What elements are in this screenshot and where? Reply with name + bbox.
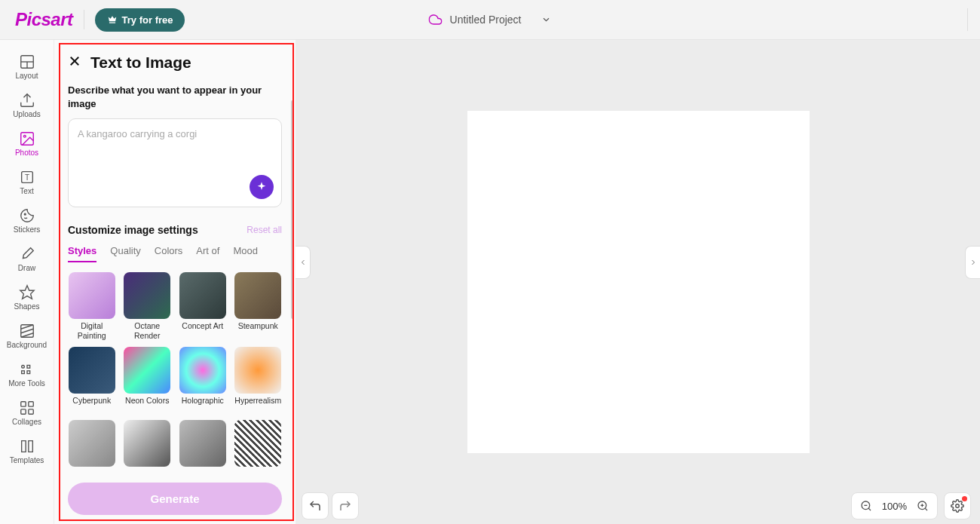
rail-label: Text: [20, 187, 33, 195]
generate-button[interactable]: Generate: [68, 483, 282, 515]
svg-rect-18: [20, 402, 25, 406]
settings-button[interactable]: [944, 492, 971, 519]
style-option-steampunk[interactable]: Steampunk: [234, 272, 283, 340]
tool-rail: Layout Uploads Photos T Text Stickers Dr…: [0, 40, 54, 524]
svg-rect-21: [28, 409, 32, 414]
tab-mood[interactable]: Mood: [233, 245, 258, 262]
undo-button[interactable]: [302, 492, 329, 519]
style-option-hyperrealism[interactable]: Hyperrealism: [234, 347, 283, 414]
reset-all-button[interactable]: Reset all: [247, 225, 282, 235]
chevron-right-icon: [969, 258, 978, 267]
collapse-panel-handle[interactable]: [296, 246, 311, 279]
svg-point-5: [23, 135, 26, 137]
style-thumb: [179, 272, 226, 319]
rail-item-draw[interactable]: Draw: [5, 241, 50, 277]
style-option-concept-art[interactable]: Concept Art: [179, 272, 227, 340]
style-option[interactable]: [179, 420, 227, 477]
style-option-octane-render[interactable]: Octane Render: [124, 272, 172, 340]
svg-point-31: [956, 504, 960, 508]
rail-item-more-tools[interactable]: More Tools: [5, 357, 50, 392]
tab-artof[interactable]: Art of: [196, 245, 219, 262]
rail-item-layout[interactable]: Layout: [5, 49, 50, 84]
svg-line-13: [20, 333, 33, 338]
zoom-in-button[interactable]: [913, 496, 933, 516]
svg-line-25: [868, 508, 871, 510]
main-area: Layout Uploads Photos T Text Stickers Dr…: [0, 40, 980, 524]
upload-icon: [19, 92, 35, 109]
style-label: Steampunk: [238, 321, 278, 339]
describe-label: Describe what you want to appear in your…: [68, 84, 282, 111]
rail-item-text[interactable]: T Text: [5, 164, 50, 200]
rail-item-background[interactable]: Background: [5, 318, 50, 354]
rail-label: Uploads: [13, 110, 41, 118]
gear-icon: [951, 499, 964, 513]
artboard[interactable]: [467, 111, 810, 453]
try-label: Try for free: [122, 14, 173, 26]
project-name: Untitled Project: [450, 14, 522, 26]
style-thumb: [179, 347, 226, 394]
svg-marker-9: [20, 286, 33, 299]
chevron-left-icon: [299, 258, 308, 267]
rail-item-uploads[interactable]: Uploads: [5, 87, 50, 123]
prompt-input[interactable]: [78, 128, 272, 176]
tab-styles[interactable]: Styles: [68, 245, 96, 262]
rail-item-photos[interactable]: Photos: [5, 126, 50, 161]
rail-label: Stickers: [14, 225, 41, 234]
svg-rect-20: [20, 409, 25, 414]
style-thumb: [124, 347, 170, 394]
style-thumb: [234, 420, 281, 467]
close-panel-button[interactable]: [68, 54, 81, 71]
svg-point-8: [24, 213, 26, 215]
redo-icon: [338, 499, 352, 513]
rail-item-stickers[interactable]: Stickers: [5, 203, 50, 238]
rail-item-collages[interactable]: Collages: [5, 395, 50, 431]
rail-item-shapes[interactable]: Shapes: [5, 280, 50, 315]
zoom-value[interactable]: 100%: [879, 501, 910, 512]
zoom-in-icon: [917, 500, 929, 512]
style-option[interactable]: [124, 420, 172, 477]
text-to-image-panel: Text to Image Describe what you want to …: [54, 40, 296, 524]
divider: [967, 8, 968, 31]
text-to-image-panel-wrap: Text to Image Describe what you want to …: [54, 40, 296, 524]
rail-label: More Tools: [8, 379, 45, 388]
layout-icon: [19, 54, 35, 70]
try-for-free-button[interactable]: Try for free: [95, 8, 185, 32]
project-title-dropdown[interactable]: Untitled Project: [429, 13, 552, 26]
rail-label: Shapes: [14, 302, 40, 311]
history-controls: [302, 492, 359, 519]
style-option-neon-colors[interactable]: Neon Colors: [124, 347, 172, 414]
cloud-sync-icon: [429, 13, 443, 26]
enhance-prompt-button[interactable]: [250, 175, 274, 199]
style-label: Octane Render: [124, 321, 172, 340]
top-bar: Picsart Try for free Untitled Project: [0, 0, 980, 40]
canvas-area[interactable]: [296, 40, 980, 524]
svg-rect-15: [27, 366, 30, 369]
style-thumb: [179, 420, 226, 467]
style-thumb: [69, 347, 115, 394]
style-option-holographic[interactable]: Holographic: [179, 347, 227, 414]
tab-quality[interactable]: Quality: [110, 245, 140, 262]
rail-item-templates[interactable]: Templates: [5, 434, 50, 469]
sticker-icon: [19, 207, 35, 224]
rail-label: Layout: [15, 72, 38, 80]
panel-scrollbar[interactable]: [291, 100, 294, 319]
customize-label: Customize image settings: [68, 224, 198, 236]
style-option[interactable]: [68, 420, 116, 477]
style-thumb: [69, 420, 115, 467]
tab-colors[interactable]: Colors: [155, 245, 183, 262]
templates-icon: [19, 438, 35, 455]
style-label: Hyperrealism: [234, 396, 281, 414]
redo-button[interactable]: [332, 492, 359, 519]
svg-text:T: T: [24, 173, 29, 182]
styles-grid: Digital Painting Octane Render Concept A…: [68, 272, 282, 477]
zoom-controls: 100%: [851, 492, 938, 519]
zoom-out-button[interactable]: [856, 496, 876, 516]
expand-right-handle[interactable]: [965, 246, 980, 279]
photos-icon: [19, 130, 35, 147]
style-label: Holographic: [182, 396, 224, 414]
style-option[interactable]: [234, 420, 283, 477]
style-label: Concept Art: [182, 321, 223, 339]
style-option-cyberpunk[interactable]: Cyberpunk: [68, 347, 116, 414]
style-option-digital-painting[interactable]: Digital Painting: [68, 272, 116, 340]
panel-title: Text to Image: [90, 54, 191, 72]
